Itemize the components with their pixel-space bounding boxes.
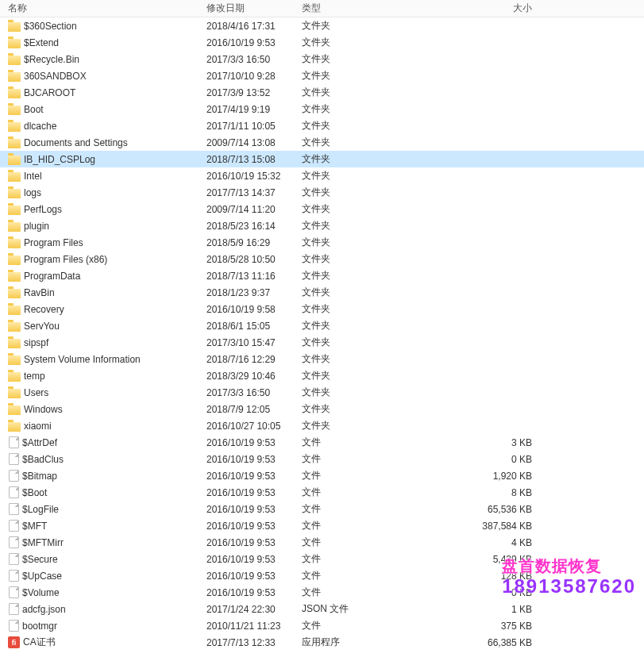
file-date: 2010/11/21 11:23 — [206, 621, 302, 632]
file-icon — [9, 436, 19, 448]
file-size: 5,439 KB — [389, 554, 540, 565]
file-row[interactable]: $Recycle.Bin2017/3/3 16:50文件夹 — [0, 51, 644, 67]
file-type: 文件夹 — [302, 219, 389, 233]
file-type: 文件夹 — [302, 386, 389, 399]
file-row[interactable]: $MFTMirr2016/10/19 9:53文件4 KB — [0, 534, 644, 551]
file-row[interactable]: 360SANDBOX2017/10/10 9:28文件夹 — [0, 67, 644, 84]
file-date: 2009/7/14 13:08 — [206, 137, 302, 148]
folder-icon — [8, 405, 21, 415]
file-row[interactable]: $BadClus2016/10/19 9:53文件0 KB — [0, 451, 644, 467]
folder-icon — [8, 289, 21, 298]
file-date: 2016/10/19 9:53 — [206, 487, 302, 498]
file-date: 2016/10/19 9:53 — [206, 571, 302, 582]
file-row[interactable]: $Volume2016/10/19 9:53文件0 KB — [0, 584, 644, 601]
file-row[interactable]: Recovery2016/10/19 9:58文件夹 — [0, 301, 644, 317]
file-row[interactable]: IB_HID_CSPLog2018/7/13 15:08文件夹 — [0, 151, 644, 167]
file-date: 2017/7/13 12:33 — [206, 637, 302, 648]
file-row[interactable]: RavBin2018/1/23 9:37文件夹 — [0, 284, 644, 301]
file-type: 文件 — [302, 469, 389, 482]
folder-icon — [8, 222, 21, 232]
file-row[interactable]: $AttrDef2016/10/19 9:53文件3 KB — [0, 434, 644, 451]
file-icon — [9, 453, 19, 465]
file-row[interactable]: $Extend2016/10/19 9:53文件夹 — [0, 34, 644, 51]
file-row[interactable]: temp2018/3/29 10:46文件夹 — [0, 367, 644, 384]
file-row[interactable]: ServYou2018/6/1 15:05文件夹 — [0, 317, 644, 334]
file-row[interactable]: Boot2017/4/19 9:19文件夹 — [0, 101, 644, 117]
folder-icon — [8, 122, 21, 132]
file-row[interactable]: fiCA证书2017/7/13 12:33应用程序66,385 KB — [0, 634, 644, 651]
file-type: 文件夹 — [302, 202, 389, 216]
file-row[interactable]: $360Section2018/4/16 17:31文件夹 — [0, 17, 644, 34]
file-row[interactable]: $Boot2016/10/19 9:53文件8 KB — [0, 484, 644, 501]
file-name: Program Files (x86) — [24, 254, 107, 265]
file-name: $Bitmap — [22, 471, 57, 482]
file-row[interactable]: Intel2016/10/19 15:32文件夹 — [0, 167, 644, 184]
file-type: 文件夹 — [302, 152, 389, 166]
file-row[interactable]: Documents and Settings2009/7/14 13:08文件夹 — [0, 134, 644, 151]
file-date: 2016/10/19 9:53 — [206, 454, 302, 465]
file-row[interactable]: Windows2018/7/9 12:05文件夹 — [0, 401, 644, 417]
file-type: 文件夹 — [302, 369, 389, 382]
file-icon — [9, 586, 19, 598]
file-size: 4 KB — [389, 537, 540, 548]
file-row[interactable]: Program Files2018/5/9 16:29文件夹 — [0, 234, 644, 251]
file-date: 2017/1/24 22:30 — [206, 604, 302, 615]
file-date: 2018/4/16 17:31 — [206, 21, 302, 32]
file-type: 文件夹 — [302, 302, 389, 316]
file-row[interactable]: $UpCase2016/10/19 9:53文件128 KB — [0, 567, 644, 584]
file-name: Windows — [24, 404, 63, 415]
folder-icon — [8, 389, 21, 398]
file-row[interactable]: $MFT2016/10/19 9:53文件387,584 KB — [0, 517, 644, 534]
header-date[interactable]: 修改日期 — [206, 2, 302, 15]
file-icon — [9, 603, 19, 615]
file-date: 2016/10/19 9:53 — [206, 521, 302, 532]
file-type: JSON 文件 — [302, 602, 389, 616]
file-name: Boot — [24, 104, 44, 115]
file-name: xiaomi — [24, 421, 52, 432]
header-name[interactable]: 名称 — [0, 2, 206, 15]
file-type: 文件 — [302, 552, 389, 566]
file-date: 2016/10/19 9:53 — [206, 471, 302, 482]
file-date: 2018/7/13 11:16 — [206, 271, 302, 282]
file-row[interactable]: logs2017/7/13 14:37文件夹 — [0, 184, 644, 201]
file-row[interactable]: adcfg.json2017/1/24 22:30JSON 文件1 KB — [0, 601, 644, 617]
file-name: Intel — [24, 171, 42, 182]
file-row[interactable]: plugin2018/5/23 16:14文件夹 — [0, 217, 644, 234]
folder-icon — [8, 172, 21, 182]
file-size: 3 KB — [389, 437, 540, 448]
file-row[interactable]: Users2017/3/3 16:50文件夹 — [0, 384, 644, 401]
file-date: 2017/1/11 10:05 — [206, 121, 302, 132]
file-row[interactable]: PerfLogs2009/7/14 11:20文件夹 — [0, 201, 644, 217]
file-name: $Volume — [22, 587, 60, 598]
file-row[interactable]: ProgramData2018/7/13 11:16文件夹 — [0, 267, 644, 284]
file-row[interactable]: $Secure2016/10/19 9:53文件5,439 KB — [0, 551, 644, 567]
file-row[interactable]: BJCAROOT2017/3/9 13:52文件夹 — [0, 84, 644, 101]
header-size[interactable]: 大小 — [389, 2, 540, 15]
file-date: 2018/7/16 12:29 — [206, 354, 302, 365]
file-size: 128 KB — [389, 571, 540, 582]
file-name: $MFTMirr — [22, 537, 64, 548]
file-size: 65,536 KB — [389, 504, 540, 515]
file-row[interactable]: $Bitmap2016/10/19 9:53文件1,920 KB — [0, 467, 644, 484]
file-row[interactable]: xiaomi2016/10/27 10:05文件夹 — [0, 417, 644, 434]
file-row[interactable]: dlcache2017/1/11 10:05文件夹 — [0, 117, 644, 134]
file-name: $AttrDef — [22, 437, 57, 448]
file-type: 文件夹 — [302, 169, 389, 183]
file-name: $Extend — [24, 37, 59, 48]
file-row[interactable]: sipspf2017/3/10 15:47文件夹 — [0, 334, 644, 351]
file-date: 2017/7/13 14:37 — [206, 187, 302, 198]
file-date: 2017/3/3 16:50 — [206, 387, 302, 398]
folder-icon — [8, 355, 21, 365]
file-row[interactable]: $LogFile2016/10/19 9:53文件65,536 KB — [0, 501, 644, 517]
header-type[interactable]: 类型 — [302, 2, 389, 15]
file-name: ProgramData — [24, 271, 80, 282]
file-name: $Secure — [22, 554, 58, 565]
file-type: 应用程序 — [302, 636, 389, 649]
file-row[interactable]: Program Files (x86)2018/5/28 10:50文件夹 — [0, 251, 644, 267]
file-type: 文件 — [302, 586, 389, 599]
file-date: 2017/3/3 16:50 — [206, 54, 302, 65]
file-date: 2017/3/9 13:52 — [206, 87, 302, 98]
file-row[interactable]: bootmgr2010/11/21 11:23文件375 KB — [0, 617, 644, 634]
file-row[interactable]: System Volume Information2018/7/16 12:29… — [0, 351, 644, 367]
file-type: 文件 — [302, 452, 389, 466]
